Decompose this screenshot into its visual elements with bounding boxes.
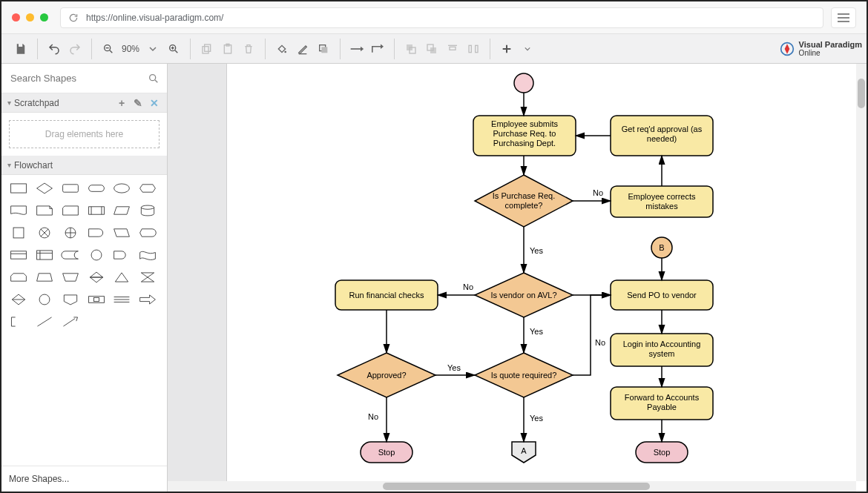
zoom-in-button[interactable] xyxy=(163,39,184,59)
shape-parallel[interactable] xyxy=(112,292,131,307)
node-avl[interactable]: Is vendor on AVL? xyxy=(475,273,573,317)
scratchpad-header[interactable]: ▾ Scratchpad + ✎ ✕ xyxy=(1,93,167,113)
node-sendpo[interactable]: Send PO to vendor xyxy=(611,280,713,310)
shape-circle2[interactable] xyxy=(35,292,54,307)
node-submit[interactable]: Employee submitsPurchase Req. toPurchasi… xyxy=(473,116,576,156)
add-dropdown[interactable] xyxy=(517,39,538,59)
zoom-level[interactable]: 90% xyxy=(119,44,142,54)
undo-button[interactable] xyxy=(44,39,65,59)
shadow-button[interactable] xyxy=(313,39,334,59)
node-complete[interactable]: Is Purchase Req.complete? xyxy=(475,175,573,227)
connection-style-button[interactable] xyxy=(346,39,367,59)
shape-circle-x[interactable] xyxy=(35,225,54,240)
to-front-button[interactable] xyxy=(401,39,421,59)
shape-sort[interactable] xyxy=(87,270,106,285)
minimize-window-icon[interactable] xyxy=(26,13,34,21)
shape-square[interactable] xyxy=(9,225,28,240)
shape-rectangle[interactable] xyxy=(9,181,28,196)
browser-menu-button[interactable] xyxy=(831,7,856,28)
delete-button[interactable] xyxy=(238,39,259,59)
shape-arrow[interactable] xyxy=(138,292,157,307)
shape-manual-op[interactable] xyxy=(61,270,80,285)
shape-terminator[interactable] xyxy=(87,181,106,196)
shape-subprocess[interactable] xyxy=(87,292,106,307)
zoom-out-button[interactable] xyxy=(98,39,119,59)
save-button[interactable] xyxy=(10,39,31,59)
shape-stored-data[interactable] xyxy=(61,248,80,262)
shape-document[interactable] xyxy=(9,203,28,218)
line-color-button[interactable] xyxy=(292,39,313,59)
shape-loop-limit[interactable] xyxy=(9,270,28,285)
node-finchecks[interactable]: Run financial checks xyxy=(335,280,438,310)
brand-logo[interactable]: Visual ParadigmOnline xyxy=(780,40,862,57)
distribute-button[interactable] xyxy=(463,39,484,59)
paste-button[interactable] xyxy=(217,39,238,59)
align-button[interactable] xyxy=(442,39,463,59)
shape-arrow-line[interactable] xyxy=(61,314,80,329)
shape-circle-outline[interactable] xyxy=(87,248,106,262)
scratchpad-dropzone[interactable]: Drag elements here xyxy=(9,120,160,148)
shape-ellipse[interactable] xyxy=(112,181,131,196)
shape-rounded-rect[interactable] xyxy=(61,181,80,196)
shape-parallelogram[interactable] xyxy=(112,203,131,218)
node-stop2[interactable]: Stop xyxy=(636,442,688,463)
shape-trapezoid[interactable] xyxy=(35,270,54,285)
shape-storage[interactable] xyxy=(9,248,28,262)
canvas-area[interactable]: Employee submitsPurchase Req. toPurchasi… xyxy=(168,64,867,492)
copy-button[interactable] xyxy=(197,39,217,59)
shape-note[interactable] xyxy=(35,203,54,218)
flowchart-svg[interactable]: Employee submitsPurchase Req. toPurchasi… xyxy=(227,64,867,492)
flowchart-section-header[interactable]: ▾ Flowchart xyxy=(1,156,167,175)
shape-parallelogram2[interactable] xyxy=(112,225,131,240)
window-controls[interactable] xyxy=(12,13,48,21)
shape-tape[interactable] xyxy=(138,248,157,262)
shape-card[interactable] xyxy=(61,203,80,218)
add-scratch-icon[interactable]: + xyxy=(115,97,128,109)
shape-d-shape[interactable] xyxy=(112,248,131,262)
node-approved[interactable]: Approved? xyxy=(338,353,435,397)
node-login[interactable]: Login into Accountingsystem xyxy=(611,334,713,366)
scroll-thumb[interactable] xyxy=(858,79,865,108)
node-forward[interactable]: Forward to AccountsPayable xyxy=(611,387,713,420)
shape-line[interactable] xyxy=(35,314,54,329)
maximize-window-icon[interactable] xyxy=(40,13,48,21)
horizontal-scrollbar[interactable] xyxy=(168,481,856,492)
address-bar[interactable]: https://online.visual-paradigm.com/ xyxy=(60,7,823,28)
node-a[interactable]: A xyxy=(512,442,536,463)
node-stop1[interactable]: Stop xyxy=(361,442,412,463)
scroll-thumb[interactable] xyxy=(383,483,650,490)
fill-color-button[interactable] xyxy=(272,39,292,59)
node-start[interactable] xyxy=(514,73,533,93)
shape-internal-storage[interactable] xyxy=(35,248,54,262)
redo-button[interactable] xyxy=(65,39,85,59)
node-approval[interactable]: Get req'd approval (asneeded) xyxy=(611,116,713,156)
node-corrects[interactable]: Employee correctsmistakes xyxy=(611,186,713,217)
close-window-icon[interactable] xyxy=(12,13,20,21)
zoom-dropdown[interactable] xyxy=(142,39,163,59)
reload-icon[interactable] xyxy=(68,13,79,23)
close-scratch-icon[interactable]: ✕ xyxy=(148,97,161,109)
shape-delay[interactable] xyxy=(87,225,106,240)
to-back-button[interactable] xyxy=(421,39,442,59)
more-shapes-link[interactable]: More Shapes... xyxy=(1,466,167,492)
shape-predefined[interactable] xyxy=(87,203,106,218)
vertical-scrollbar[interactable] xyxy=(856,64,867,481)
shape-display[interactable] xyxy=(138,225,157,240)
shape-extract[interactable] xyxy=(112,270,131,285)
shape-circle-plus[interactable] xyxy=(61,225,80,240)
shape-diamond[interactable] xyxy=(35,181,54,196)
node-b[interactable]: B xyxy=(651,237,672,258)
shape-hexagon[interactable] xyxy=(138,181,157,196)
waypoints-button[interactable] xyxy=(367,39,388,59)
shape-offpage[interactable] xyxy=(61,292,80,307)
search-icon[interactable] xyxy=(148,73,160,85)
shape-annotation[interactable] xyxy=(9,314,28,329)
search-input[interactable] xyxy=(9,72,148,85)
shape-merge[interactable] xyxy=(9,292,28,307)
edit-scratch-icon[interactable]: ✎ xyxy=(131,97,145,109)
shape-cylinder[interactable] xyxy=(138,203,157,218)
node-quote[interactable]: Is quote required? xyxy=(475,353,573,397)
diagram-canvas[interactable]: Employee submitsPurchase Req. toPurchasi… xyxy=(227,64,867,492)
shape-collate[interactable] xyxy=(138,270,157,285)
add-button[interactable] xyxy=(496,39,517,59)
